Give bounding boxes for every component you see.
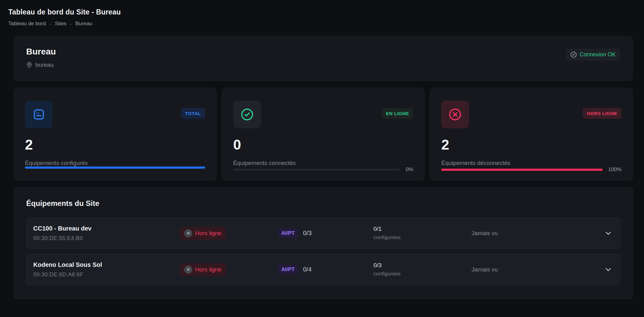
online-badge: EN LIGNE (382, 108, 414, 119)
page-title: Tableau de bord du Site - Bureau (8, 8, 636, 16)
check-circle-icon (570, 51, 577, 58)
configured-label: configurées (373, 235, 471, 241)
aipt-cell: AI/PT 0/3 (278, 228, 373, 238)
device-identity: CC100 - Bureau dev 00:30:DE:55:E4:B0 (33, 225, 180, 242)
breadcrumb: Tableau de bord - Sites - Bureau (8, 21, 636, 27)
chevron-down-icon[interactable] (604, 229, 613, 238)
equipment-section: Équipements du Site CC100 - Bureau dev 0… (14, 187, 633, 299)
site-location-label: bureau (35, 62, 54, 68)
configured-cell: 0/3 configurées (373, 262, 471, 277)
breadcrumb-current: Bureau (75, 21, 92, 27)
offline-progress-track (441, 169, 602, 171)
site-dashboard-page: Tableau de bord du Site - Bureau Tableau… (0, 0, 644, 299)
site-location: bureau (26, 62, 56, 68)
device-name: CC100 - Bureau dev (33, 225, 180, 232)
stat-cards-row: TOTAL 2 Équipements configurés (14, 88, 633, 180)
last-seen: Jamais vu (471, 266, 595, 273)
configured-count: 0/3 (373, 262, 471, 269)
check-circle-icon (240, 107, 254, 122)
total-label: Équipements configurés (25, 160, 205, 167)
breadcrumb-separator: - (50, 22, 51, 26)
online-icon-tile (233, 101, 261, 128)
stat-card-offline: HORS LIGNE 2 Équipements déconnectés 100… (430, 88, 633, 180)
breadcrumb-sites[interactable]: Sites (55, 21, 67, 27)
device-icon (32, 108, 46, 121)
site-name: Bureau (26, 47, 56, 57)
last-seen: Jamais vu (471, 230, 595, 237)
offline-icon-tile (441, 101, 469, 128)
devices-icon-tile (25, 101, 53, 128)
configured-label: configurées (373, 271, 471, 277)
offline-progress-fill (441, 169, 602, 171)
equipment-row[interactable]: CC100 - Bureau dev 00:30:DE:55:E4:B0 ✕ H… (26, 218, 620, 249)
status-label: Hors ligne (195, 266, 222, 273)
aipt-badge: AI/PT (278, 228, 298, 238)
configured-count: 0/1 (373, 226, 471, 232)
site-header-card: Bureau bureau Connexion OK (14, 36, 633, 81)
device-status-cell: ✕ Hors ligne (180, 263, 278, 276)
connection-status-label: Connexion OK (580, 51, 616, 58)
device-name: Kodeno Local Sous Sol (33, 261, 180, 268)
aipt-badge: AI/PT (278, 265, 298, 275)
aipt-cell: AI/PT 0/4 (278, 265, 373, 275)
total-badge: TOTAL (181, 108, 205, 119)
online-percent: 0% (406, 167, 414, 173)
map-pin-icon (26, 62, 32, 68)
x-circle-icon: ✕ (184, 266, 192, 274)
chevron-down-icon[interactable] (604, 265, 613, 274)
online-value: 0 (233, 138, 414, 152)
offline-percent: 100% (608, 167, 622, 173)
total-progress-fill (25, 167, 205, 169)
device-status-cell: ✕ Hors ligne (180, 227, 278, 240)
offline-badge: HORS LIGNE (583, 108, 622, 119)
connection-status-badge: Connexion OK (566, 49, 620, 61)
equipment-section-title: Équipements du Site (26, 199, 620, 208)
status-label: Hors ligne (195, 230, 222, 237)
breadcrumb-dashboard[interactable]: Tableau de bord (8, 21, 46, 27)
status-badge: ✕ Hors ligne (180, 227, 226, 240)
breadcrumb-separator: - (70, 22, 72, 26)
device-mac-address: 00:30:DE:6D:A6:6F (33, 271, 180, 278)
x-circle-icon: ✕ (184, 229, 192, 237)
online-progress-track (233, 169, 400, 171)
stat-card-total: TOTAL 2 Équipements configurés (14, 88, 217, 180)
equipment-row[interactable]: Kodeno Local Sous Sol 00:30:DE:6D:A6:6F … (26, 254, 620, 285)
total-value: 2 (25, 138, 205, 152)
device-identity: Kodeno Local Sous Sol 00:30:DE:6D:A6:6F (33, 261, 180, 278)
offline-value: 2 (441, 138, 622, 152)
configured-cell: 0/1 configurées (373, 226, 471, 241)
aipt-count: 0/4 (303, 266, 312, 273)
x-circle-icon (448, 107, 462, 122)
equipment-list: CC100 - Bureau dev 00:30:DE:55:E4:B0 ✕ H… (26, 218, 620, 285)
site-identity: Bureau bureau (26, 47, 56, 68)
device-mac-address: 00:30:DE:55:E4:B0 (33, 235, 180, 242)
aipt-count: 0/3 (303, 230, 312, 237)
online-label: Équipements connectés (233, 160, 414, 167)
total-progress-track (25, 167, 205, 169)
stat-card-online: EN LIGNE 0 Équipements connectés 0% (222, 88, 425, 180)
status-badge: ✕ Hors ligne (180, 263, 226, 276)
offline-label: Équipements déconnectés (441, 160, 622, 167)
